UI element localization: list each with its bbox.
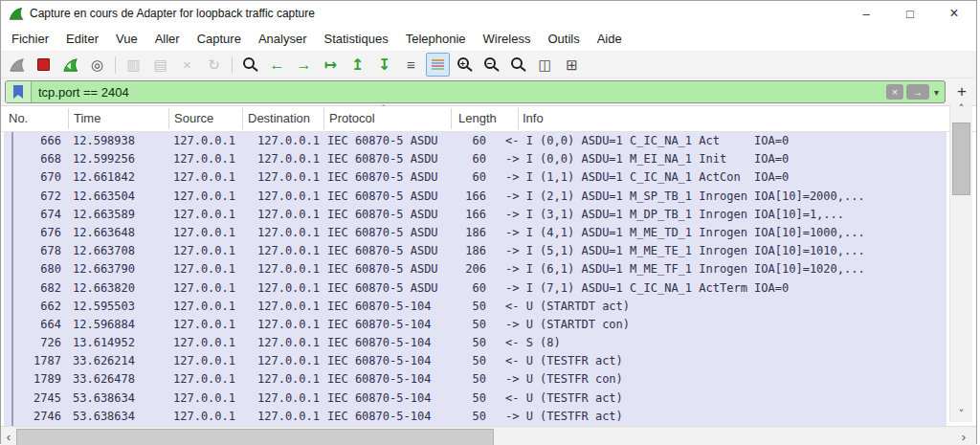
column-header-no[interactable]: No. [9,111,28,125]
filter-add-button[interactable]: + [951,81,972,102]
scroll-down-icon[interactable]: ˇ [950,409,972,422]
cell-destination: 127.0.0.1 [257,242,320,260]
scroll-up-icon[interactable]: ˆ [950,103,972,117]
open-file-button[interactable]: ▥ [122,53,145,77]
main-toolbar: ◎ ▥ ▤ × ↻ ← → ↦ ↥ ↧ [1,52,976,78]
auto-scroll-button[interactable]: ≡ [399,53,423,77]
menu-item[interactable]: Telephonie [397,26,475,51]
cell-time: 12.663790 [73,260,135,278]
packet-row[interactable]: 2746 53.638634 127.0.0.1 127.0.0.1 IEC 6… [4,408,947,426]
capture-stop-icon [37,58,50,71]
reload-button[interactable]: ↻ [202,53,226,77]
minimize-button[interactable]: – [844,1,888,26]
find-packet-button[interactable] [238,53,262,77]
capture-restart-button[interactable] [58,53,82,77]
column-header-protocol[interactable]: Protocol [329,111,375,125]
vertical-scrollbar-thumb[interactable] [952,122,970,195]
wireshark-window: Capture en cours de Adapter for loopback… [0,0,977,444]
cell-source: 127.0.0.1 [173,352,235,370]
display-filter-input[interactable]: tcp.port == 2404 [32,85,886,100]
cell-info: <- U (STARTDT act) [505,298,630,316]
go-to-packet-button[interactable]: ↦ [319,53,343,77]
cell-info: -> I (7,1) ASDU=1 C_IC_NA_1 ActTerm IOA=… [505,279,789,298]
packet-row[interactable]: 682 12.663820 127.0.0.1 127.0.0.1 IEC 60… [4,279,947,298]
related-packets-spine [11,132,13,426]
zoom-reset-button[interactable] [506,53,530,77]
scroll-right-icon[interactable]: › [956,427,971,445]
menu-item[interactable]: Analyser [250,26,316,51]
maximize-button[interactable]: □ [888,1,932,26]
horizontal-scrollbar[interactable]: ‹ › [1,426,976,445]
menu-item[interactable]: Fichier [3,26,57,51]
capture-restart-icon [62,57,79,73]
bookmark-icon [13,85,23,99]
packet-row[interactable]: 1789 33.626478 127.0.0.1 127.0.0.1 IEC 6… [4,370,947,389]
cell-info: -> I (1,1) ASDU=1 C_IC_NA_1 ActCon IOA=0 [505,168,789,187]
go-first-button[interactable]: ↥ [345,53,369,77]
cell-time: 53.638634 [73,389,135,408]
zoom-in-button[interactable]: + [453,53,477,77]
capture-options-button[interactable]: ◎ [85,53,109,77]
go-last-button[interactable]: ↧ [372,53,396,77]
reset-layout-button[interactable]: ⊞ [560,53,584,77]
display-filter-field[interactable]: tcp.port == 2404 × → ▾ [5,80,946,103]
title-bar: Capture en cours de Adapter for loopback… [1,1,976,26]
resize-columns-button[interactable]: ◫ [533,53,557,77]
cell-source: 127.0.0.1 [173,279,235,298]
horizontal-scrollbar-thumb[interactable] [16,429,494,445]
column-header-info[interactable]: Info [523,111,544,125]
capture-stop-button[interactable] [32,53,56,77]
column-header-time[interactable]: Time [74,111,100,125]
cell-info: <- U (TESTFR act) [505,352,623,370]
go-first-icon: ↥ [351,57,364,73]
capture-start-button[interactable] [5,53,29,77]
cell-info: <- S (8) [505,334,561,352]
go-forward-button[interactable]: → [292,53,316,77]
zoom-out-button[interactable]: − [479,53,503,77]
cell-info: -> I (0,0) ASDU=1 M_EI_NA_1 Init IOA=0 [505,150,789,168]
packet-row[interactable]: 2745 53.638634 127.0.0.1 127.0.0.1 IEC 6… [4,389,947,408]
colorize-button[interactable] [426,53,450,77]
go-back-button[interactable]: ← [265,53,289,77]
menu-item[interactable]: Editer [57,26,107,51]
cell-info: -> U (STARTDT con) [505,316,630,334]
save-file-button[interactable]: ▤ [148,53,172,77]
menu-item[interactable]: Capture [189,26,250,51]
cell-info: -> I (2,1) ASDU=1 M_SP_TB_1 Inrogen IOA[… [505,188,865,206]
cell-source: 127.0.0.1 [173,168,235,187]
filter-apply-button[interactable]: → [906,84,929,100]
packet-row[interactable]: 666 12.598938 127.0.0.1 127.0.0.1 IEC 60… [4,132,947,150]
packet-row[interactable]: 662 12.595503 127.0.0.1 127.0.0.1 IEC 60… [4,298,947,316]
filter-bookmark-button[interactable] [6,81,32,102]
open-file-icon: ▥ [126,57,140,72]
packet-row[interactable]: 678 12.663708 127.0.0.1 127.0.0.1 IEC 60… [4,242,947,260]
packet-row[interactable]: 1787 33.626214 127.0.0.1 127.0.0.1 IEC 6… [4,352,947,370]
menu-item[interactable]: Aide [589,26,631,51]
sort-indicator-icon: ˆ [382,104,385,115]
menu-item[interactable]: Outils [539,26,588,51]
close-capture-button[interactable]: × [175,53,199,77]
packet-row[interactable]: 676 12.663648 127.0.0.1 127.0.0.1 IEC 60… [4,224,947,242]
packet-row[interactable]: 680 12.663790 127.0.0.1 127.0.0.1 IEC 60… [4,260,947,278]
go-to-packet-icon: ↦ [324,57,337,73]
packet-row[interactable]: 672 12.663504 127.0.0.1 127.0.0.1 IEC 60… [4,188,947,206]
packet-row[interactable]: 726 13.614952 127.0.0.1 127.0.0.1 IEC 60… [4,334,947,352]
menu-item[interactable]: Vue [107,26,146,51]
filter-clear-button[interactable]: × [886,84,903,100]
menu-item[interactable]: Aller [146,26,189,51]
scroll-left-icon[interactable]: ‹ [1,427,16,445]
packet-row[interactable]: 670 12.661842 127.0.0.1 127.0.0.1 IEC 60… [4,168,947,187]
menu-item[interactable]: Statistiques [315,26,396,51]
column-header-length[interactable]: Length [458,111,497,125]
packet-row[interactable]: 668 12.599256 127.0.0.1 127.0.0.1 IEC 60… [4,150,947,168]
cell-destination: 127.0.0.1 [257,150,320,168]
vertical-scrollbar[interactable]: ˆ ˇ [949,103,972,422]
menu-item[interactable]: Wireless [475,26,540,51]
filter-dropdown-caret-icon[interactable]: ▾ [932,87,945,98]
cell-length: 206 [393,260,486,278]
packet-row[interactable]: 664 12.596884 127.0.0.1 127.0.0.1 IEC 60… [4,316,947,334]
packet-row[interactable]: 674 12.663589 127.0.0.1 127.0.0.1 IEC 60… [4,206,947,224]
column-header-destination[interactable]: Destination [248,111,310,125]
close-button[interactable]: × [932,1,976,26]
column-header-source[interactable]: Source [174,111,213,125]
